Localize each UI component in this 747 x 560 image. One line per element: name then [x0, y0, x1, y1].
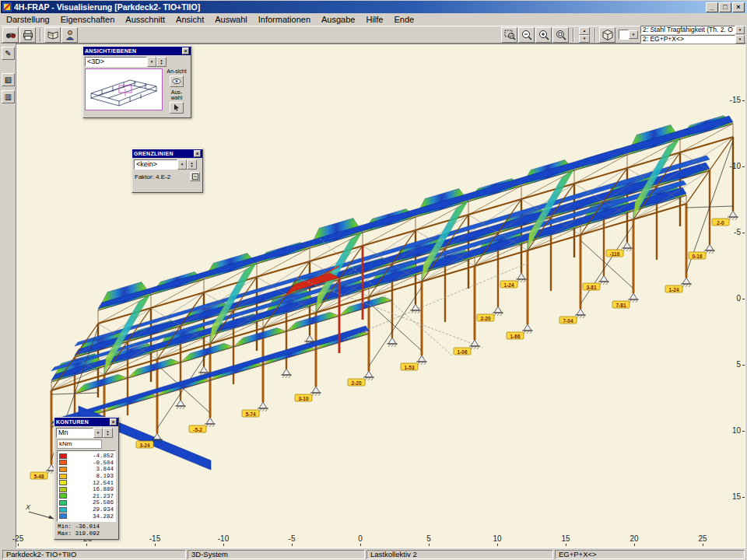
menu-item-auswahl[interactable]: Auswahl	[209, 14, 253, 25]
result-combo[interactable]: 2: Stahl Tragfähigkeit (Th. 2. O	[640, 26, 735, 34]
faktor-settings-button[interactable]	[190, 172, 200, 181]
menu-item-ausgabe[interactable]: Ausgabe	[316, 14, 360, 25]
printer-icon	[22, 29, 34, 41]
preview-structure-icon	[86, 70, 161, 109]
legend-color-swatch	[59, 467, 67, 472]
section-tool-button[interactable]: ▥	[2, 90, 15, 103]
zoom-in-icon	[538, 29, 550, 41]
legend-value: 25.586	[70, 499, 114, 506]
legend-value: -0.504	[70, 460, 114, 466]
rotate-down-button[interactable]: ▼	[579, 35, 590, 43]
layers-tool-button[interactable]: ▧	[2, 73, 15, 86]
view-direction-combo[interactable]	[619, 30, 629, 40]
legend-value: 3.844	[70, 466, 114, 472]
title-bar[interactable]: 4H-FRAP - Visualisierung [Parkdeck2- TIO…	[1, 1, 746, 13]
view-settings-button[interactable]	[2, 27, 19, 43]
spin-down-icon: ▼	[191, 165, 194, 168]
loadcase-combo[interactable]: 2: EG+P+X<>	[640, 35, 735, 44]
zoom-window-icon	[503, 29, 516, 41]
cursor-icon	[173, 103, 181, 111]
zoom-out-button[interactable]	[518, 27, 535, 43]
grenzlinien-select[interactable]: <kein>	[134, 159, 177, 170]
legend-color-swatch	[59, 480, 67, 485]
window-title: 4H-FRAP - Visualisierung [Parkdeck2- TIO…	[14, 2, 703, 12]
app-icon	[2, 2, 12, 12]
legend-color-swatch	[59, 474, 67, 479]
legend-row: 3.844	[59, 466, 114, 473]
menu-item-ansicht[interactable]: Ansicht	[170, 14, 209, 25]
person-icon	[64, 29, 76, 41]
menu-item-eigenschaften[interactable]: Eigenschaften	[55, 14, 121, 25]
toolbar-separator	[40, 28, 41, 42]
svg-text:-5-2: -5-2	[193, 427, 202, 432]
view-select[interactable]: <3D>	[85, 57, 147, 67]
menu-item-informationen[interactable]: Informationen	[253, 14, 316, 25]
kontur-spin-button[interactable]: ▲▼	[103, 428, 113, 438]
legend-row: 25.586	[59, 499, 114, 506]
legend-color-swatch	[59, 507, 67, 513]
legend-value: 8.193	[70, 473, 114, 479]
panel-ansicht-title: ANSICHT/EBENEN	[85, 48, 136, 54]
view-spin-button[interactable]: ▲▼	[156, 57, 167, 67]
legend-value: 34.282	[70, 513, 114, 520]
main-toolbar: ▲ ▼ ▼ 2: Stahl Tragfähigkeit (Th. 2. O ▼…	[1, 26, 746, 44]
legend-color-swatch	[59, 500, 67, 506]
ansicht-label: An-sicht	[167, 68, 187, 75]
svg-text:2-20: 2-20	[351, 380, 361, 386]
panel-ansicht-close-button[interactable]: ×	[182, 47, 189, 54]
toolbar-separator	[594, 28, 596, 42]
rotate-up-button[interactable]: ▲	[579, 27, 590, 35]
faktor-label: Faktor: 4.E-2	[135, 173, 170, 180]
edit-tool-button[interactable]: ✎	[2, 47, 15, 60]
menu-item-ende[interactable]: Ende	[388, 14, 419, 25]
legend-row: 12.541	[59, 479, 114, 486]
main-canvas[interactable]: 2-203-810-161-24-1162-05-480-803-24-5-25…	[16, 44, 745, 548]
panel-konturen: KONTUREN × Mn ▼ ▲▼ kNm -4.852-0.5043.844…	[54, 417, 119, 540]
structure-scene: 2-203-810-161-24-1162-05-480-803-24-5-25…	[16, 44, 745, 548]
svg-text:1-53: 1-53	[404, 365, 414, 370]
menu-item-darstellung[interactable]: Darstellung	[1, 14, 55, 25]
spin-down-icon: ▼	[160, 62, 163, 65]
view-direction-arrow[interactable]: ▼	[629, 30, 638, 39]
legend-row: 34.282	[59, 513, 114, 520]
panel-grenzlinien-close-button[interactable]: ×	[194, 150, 201, 157]
status-project: Parkdeck2- TIO+TIIO	[2, 550, 186, 559]
legend-value: 12.541	[70, 480, 114, 486]
print-button[interactable]	[19, 27, 36, 43]
maximize-button[interactable]: □	[719, 2, 731, 12]
menu-item-hilfe[interactable]: Hilfe	[360, 14, 388, 25]
grenzlinien-spin-button[interactable]: ▲▼	[187, 159, 197, 170]
view-preview-thumbnail[interactable]	[85, 68, 163, 110]
kontur-select[interactable]: Mn	[56, 428, 93, 438]
minimize-button[interactable]: _	[706, 2, 718, 12]
legend-color-swatch	[59, 493, 67, 499]
panel-konturen-close-button[interactable]: ×	[110, 418, 117, 425]
zoom-in-button[interactable]	[535, 27, 552, 43]
grenzlinien-select-arrow[interactable]: ▼	[177, 159, 187, 170]
ansicht-button[interactable]	[170, 75, 184, 87]
export-button[interactable]	[61, 27, 78, 43]
glasses-icon	[5, 29, 17, 41]
menu-item-ausschnitt[interactable]: Ausschnitt	[120, 14, 170, 25]
legend-row: -4.852	[59, 453, 114, 460]
view-select-arrow[interactable]: ▼	[147, 57, 156, 67]
panel-konturen-title: KONTUREN	[56, 419, 89, 425]
panel-ansicht-titlebar[interactable]: ANSICHT/EBENEN ×	[83, 47, 191, 55]
panel-ansicht: ANSICHT/EBENEN × <3D> ▼ ▲▼	[82, 46, 191, 118]
svg-text:3-24: 3-24	[139, 443, 149, 448]
auswahl-button[interactable]	[170, 102, 184, 114]
svg-text:X: X	[25, 503, 31, 511]
status-system: 3D-System	[188, 550, 365, 559]
zoom-all-button[interactable]	[552, 27, 569, 43]
report-button[interactable]	[44, 27, 61, 43]
loadcase-combo-arrow[interactable]: ▼	[735, 35, 745, 44]
panel-konturen-titlebar[interactable]: KONTUREN ×	[54, 418, 118, 426]
zoom-window-button[interactable]	[501, 27, 517, 43]
iso-view-button[interactable]	[599, 27, 615, 43]
auswahl-label: Aus-wahl	[167, 89, 187, 101]
panel-grenzlinien-titlebar[interactable]: GRENZLINIEN ×	[132, 149, 202, 158]
kontur-select-arrow[interactable]: ▼	[93, 428, 103, 438]
result-combo-arrow[interactable]: ▼	[735, 26, 745, 34]
close-button[interactable]: ×	[732, 2, 745, 12]
svg-text:7-04: 7-04	[563, 318, 573, 324]
